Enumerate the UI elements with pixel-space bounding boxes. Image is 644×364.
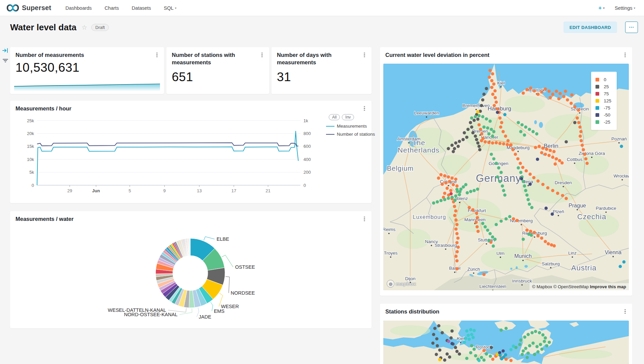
svg-text:400: 400 [303,157,311,162]
svg-text:0: 0 [303,183,306,188]
map-city-label: Vienna [605,250,622,255]
mapbox-logo-icon: ◍ [387,280,394,288]
chart-title: Stations distribution [385,308,439,315]
svg-text:600: 600 [303,144,311,149]
chart-title: Number of stations with measurements [172,51,249,66]
map-city-label: Cottbus [567,157,583,162]
map-city-label: Reims [383,227,395,232]
map-country-label: Czechia [577,212,606,221]
map-city-label: Zürich [468,267,480,272]
map-legend-item: 25 [595,84,611,89]
main-nav: DashboardsChartsDatasetsSQL▾ [65,5,176,11]
svg-text:13: 13 [197,188,201,193]
donut-slice[interactable] [190,238,190,256]
map-country-label: Austria [571,264,597,272]
chart-card-measurements-hour: Measurements / hour 25k1k20k80015k60010k… [10,101,372,203]
map-legend-item: -50 [595,112,611,118]
dashboard-more-menu-button[interactable]: ··· [625,22,638,33]
svg-text:1k: 1k [303,118,308,123]
map-city-label: Liechtenstein [479,284,506,289]
kpi-value: 651 [172,70,193,84]
map-city-label: Kiel [457,336,464,341]
brand-name: Superset [22,4,51,12]
svg-text:21: 21 [266,188,270,193]
map-city-label: Rostock [476,344,492,350]
mapbox-logo[interactable]: ◍ mapbox [387,280,416,288]
map-city-label: Poznań [611,136,627,141]
chevron-down-icon: ▾ [634,6,635,10]
superset-logo[interactable]: Superset [7,4,51,12]
map-city-label: Plzeň [553,209,564,214]
chevron-down-icon: ▾ [603,6,605,10]
donut-label: EMS [214,308,224,314]
chart-menu-kebab-icon[interactable] [155,52,159,58]
map-city-label: Ulm [496,251,505,256]
expand-filter-bar-icon[interactable] [2,48,8,53]
svg-text:9: 9 [163,188,166,193]
map-legend-item: 125 [595,98,611,103]
legend-item[interactable]: Measurements [326,124,377,129]
map-city-label: Amsterdam [397,136,420,141]
map-country-label: Luxembourg [413,214,446,220]
map-city-label: Göttingen [489,161,509,166]
svg-text:200: 200 [303,170,311,175]
map-city-label: Innsbruck [512,278,532,284]
filter-bar-collapsed [2,48,9,63]
map-attribution: © Mapbox © OpenStreetMap Improve this ma… [529,283,629,290]
map-city-label: Munich [514,253,532,259]
chart-menu-kebab-icon[interactable] [623,52,627,58]
map-city-label: Prague [569,203,586,208]
settings-menu[interactable]: Settings▾ [615,5,635,11]
map-legend-item: -75 [595,105,611,110]
chart-title: Number of days with measurements [277,51,351,66]
map-city-label: Troyes [384,251,397,256]
legend-inv-button[interactable]: Inv [342,114,354,120]
nav-item-sql[interactable]: SQL▾ [164,5,176,11]
nav-item-dashboards[interactable]: Dashboards [65,5,92,11]
map-canvas: KielRostock [383,321,629,364]
chart-title: Number of measurements [15,51,84,59]
dashboard-header: Water level data ☆ Draft EDIT DASHBOARD … [0,16,644,38]
improve-map-link[interactable]: Improve this map [590,284,626,289]
map-city-label: Kiel [497,80,505,86]
nav-item-charts[interactable]: Charts [104,5,119,11]
station-dots-purple [447,340,450,343]
svg-text:25k: 25k [27,118,34,123]
chart-menu-kebab-icon[interactable] [260,52,264,58]
chart-menu-kebab-icon[interactable] [623,308,627,315]
svg-text:5k: 5k [29,170,34,175]
map-city-label: Pardubice [596,206,616,211]
kpi-value: 31 [277,70,291,84]
navbar-right: +▾ Settings▾ [599,5,635,11]
map-country-label: Germany [476,172,521,184]
stations-map[interactable]: KielRostock [383,321,629,364]
favorite-star-icon[interactable]: ☆ [82,24,87,31]
draft-badge: Draft [91,24,109,31]
map-city-label: Salzburg [542,261,560,266]
deviation-map[interactable]: TheNetherlandsBelgiumGermanyLuxembourgCz… [383,64,629,290]
donut-chart: ELBEOSTSEENORDSEEWESEREMSJADENORD-OSTSEE… [10,211,372,328]
chart-card-measurements-water: Measurements / water ELBEOSTSEENORDSEEWE… [10,211,372,328]
legend-item[interactable]: Number of stations [326,132,377,137]
donut-label: NORDSEE [231,290,255,296]
superset-dashboard: Superset DashboardsChartsDatasetsSQL▾ +▾… [0,0,644,364]
kpi-sparkline [14,81,160,91]
map-country-label: Belgium [387,165,414,172]
line-chart: 25k1k20k80015k60010k4005k2000029Jun59131… [10,101,372,203]
svg-text:29: 29 [67,188,72,193]
filter-icon[interactable] [2,58,8,63]
nav-item-datasets[interactable]: Datasets [132,5,151,11]
chart-menu-kebab-icon[interactable] [362,52,367,58]
map-legend: 02575125-75-50-25 [591,72,617,130]
new-item-menu[interactable]: +▾ [599,5,605,11]
edit-dashboard-button[interactable]: EDIT DASHBOARD [564,22,617,33]
chart-title: Current water level deviation in percent [385,51,489,59]
donut-label: JADE [199,314,211,320]
page-title: Water level data [10,22,76,33]
map-city-label: Leeuwarden [414,110,439,115]
header-actions: EDIT DASHBOARD ··· [564,22,638,33]
map-legend-item: 75 [595,91,611,96]
legend-all-button[interactable]: All [329,114,340,120]
svg-text:17: 17 [231,188,236,193]
kpi-value: 10,530,631 [15,61,79,75]
